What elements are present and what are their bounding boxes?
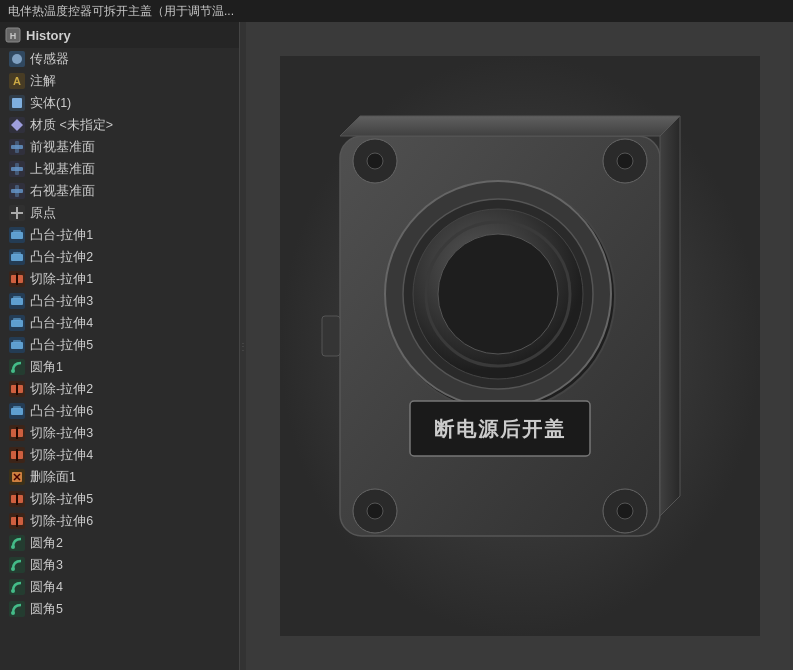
svg-point-79 — [617, 153, 633, 169]
tree-item-fillet2[interactable]: 圆角2 — [0, 532, 239, 554]
svg-text:H: H — [10, 31, 17, 41]
svg-point-67 — [11, 567, 15, 571]
tree-item-solid[interactable]: 实体(1) — [0, 92, 239, 114]
tree-label-top-plane: 上视基准面 — [30, 161, 95, 178]
tree-label-boss2: 凸台-拉伸2 — [30, 249, 93, 266]
tree-item-boss3[interactable]: 凸台-拉伸3 — [0, 290, 239, 312]
tree-item-sensor[interactable]: 传感器 — [0, 48, 239, 70]
svg-rect-26 — [11, 254, 23, 261]
title-bar: 电伴热温度控器可拆开主盖（用于调节温... — [0, 0, 793, 22]
tree-items-list: 传感器 A 注解 实体(1) 材质 <未指定> 前视基准面 上视基准面 右视基 — [0, 48, 239, 620]
delete-icon — [8, 468, 26, 486]
svg-rect-92 — [322, 316, 340, 356]
tree-item-front-plane[interactable]: 前视基准面 — [0, 136, 239, 158]
svg-rect-35 — [11, 320, 23, 327]
svg-point-88 — [438, 234, 558, 354]
tree-item-cut5[interactable]: 切除-拉伸5 — [0, 488, 239, 510]
tree-label-boss1: 凸台-拉伸1 — [30, 227, 93, 244]
svg-marker-74 — [340, 116, 680, 136]
svg-point-83 — [617, 503, 633, 519]
tree-item-top-plane[interactable]: 上视基准面 — [0, 158, 239, 180]
svg-rect-64 — [9, 535, 25, 551]
tree-label-cut5: 切除-拉伸5 — [30, 491, 93, 508]
title-text: 电伴热温度控器可拆开主盖（用于调节温... — [8, 3, 234, 20]
svg-point-77 — [367, 153, 383, 169]
svg-point-65 — [11, 545, 15, 549]
tree-label-right-plane: 右视基准面 — [30, 183, 95, 200]
tree-item-annotation[interactable]: A 注解 — [0, 70, 239, 92]
tree-item-cut3[interactable]: 切除-拉伸3 — [0, 422, 239, 444]
tree-label-cut4: 切除-拉伸4 — [30, 447, 93, 464]
tree-label-annotation: 注解 — [30, 73, 56, 90]
history-label: History — [26, 28, 71, 43]
tree-item-cut2[interactable]: 切除-拉伸2 — [0, 378, 239, 400]
tree-label-boss5: 凸台-拉伸5 — [30, 337, 93, 354]
cut-icon — [8, 424, 26, 442]
3d-viewport[interactable]: 断电源后开盖 — [246, 22, 793, 670]
boss-icon — [8, 292, 26, 310]
cut-icon — [8, 446, 26, 464]
material-icon — [8, 116, 26, 134]
tree-label-sensor: 传感器 — [30, 51, 69, 68]
svg-rect-46 — [11, 408, 23, 415]
boss-icon — [8, 314, 26, 332]
svg-point-69 — [11, 589, 15, 593]
plane-icon — [8, 182, 26, 200]
history-icon: H — [4, 26, 22, 44]
tree-item-cut1[interactable]: 切除-拉伸1 — [0, 268, 239, 290]
tree-item-boss6[interactable]: 凸台-拉伸6 — [0, 400, 239, 422]
tree-label-cut6: 切除-拉伸6 — [30, 513, 93, 530]
tree-item-cut4[interactable]: 切除-拉伸4 — [0, 444, 239, 466]
cut-icon — [8, 512, 26, 530]
tree-label-solid: 实体(1) — [30, 95, 71, 112]
boss-icon — [8, 336, 26, 354]
svg-rect-38 — [11, 342, 23, 349]
sensor-icon — [8, 50, 26, 68]
tree-label-fillet3: 圆角3 — [30, 557, 63, 574]
svg-rect-66 — [9, 557, 25, 573]
tree-item-origin[interactable]: 原点 — [0, 202, 239, 224]
plane-icon — [8, 160, 26, 178]
svg-point-81 — [367, 503, 383, 519]
boss-icon — [8, 248, 26, 266]
boss-icon — [8, 402, 26, 420]
feature-tree[interactable]: H History 传感器 A 注解 实体(1) 材质 <未指定> 前视基准面 — [0, 22, 240, 670]
svg-rect-32 — [11, 298, 23, 305]
tree-item-fillet3[interactable]: 圆角3 — [0, 554, 239, 576]
tree-label-material: 材质 <未指定> — [30, 117, 113, 134]
svg-rect-47 — [13, 406, 21, 409]
tree-item-boss4[interactable]: 凸台-拉伸4 — [0, 312, 239, 334]
tree-item-boss1[interactable]: 凸台-拉伸1 — [0, 224, 239, 246]
origin-icon — [8, 204, 26, 222]
history-header[interactable]: H History — [0, 22, 239, 48]
tree-item-boss5[interactable]: 凸台-拉伸5 — [0, 334, 239, 356]
tree-item-boss2[interactable]: 凸台-拉伸2 — [0, 246, 239, 268]
tree-item-fillet1[interactable]: 圆角1 — [0, 356, 239, 378]
svg-rect-36 — [13, 318, 21, 321]
tree-item-cut6[interactable]: 切除-拉伸6 — [0, 510, 239, 532]
tree-label-boss4: 凸台-拉伸4 — [30, 315, 93, 332]
tree-item-material[interactable]: 材质 <未指定> — [0, 114, 239, 136]
tree-item-fillet5[interactable]: 圆角5 — [0, 598, 239, 620]
fillet-icon — [8, 534, 26, 552]
svg-rect-70 — [9, 601, 25, 617]
tree-label-fillet1: 圆角1 — [30, 359, 63, 376]
model-container: 断电源后开盖 — [246, 22, 793, 670]
tree-item-delete-face1[interactable]: 删除面1 — [0, 466, 239, 488]
tree-label-cut1: 切除-拉伸1 — [30, 271, 93, 288]
tree-item-fillet4[interactable]: 圆角4 — [0, 576, 239, 598]
annotation-icon: A — [8, 72, 26, 90]
fillet-icon — [8, 578, 26, 596]
solid-icon — [8, 94, 26, 112]
svg-rect-33 — [13, 296, 21, 299]
svg-rect-18 — [15, 185, 19, 197]
tree-item-right-plane[interactable]: 右视基准面 — [0, 180, 239, 202]
tree-label-origin: 原点 — [30, 205, 56, 222]
cut-icon — [8, 490, 26, 508]
svg-marker-75 — [660, 116, 680, 516]
cut-icon — [8, 270, 26, 288]
svg-rect-40 — [9, 359, 25, 375]
cut-icon — [8, 380, 26, 398]
tree-label-front-plane: 前视基准面 — [30, 139, 95, 156]
tree-label-boss6: 凸台-拉伸6 — [30, 403, 93, 420]
